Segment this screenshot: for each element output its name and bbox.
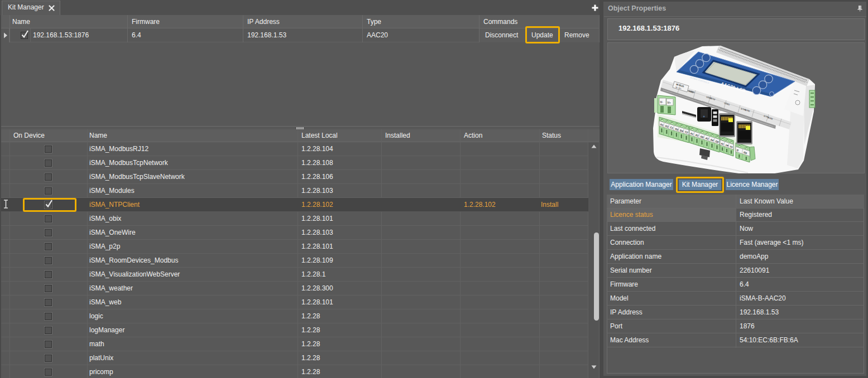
svg-text:M+: M+ — [668, 101, 672, 104]
svg-text:M-: M- — [660, 101, 664, 104]
